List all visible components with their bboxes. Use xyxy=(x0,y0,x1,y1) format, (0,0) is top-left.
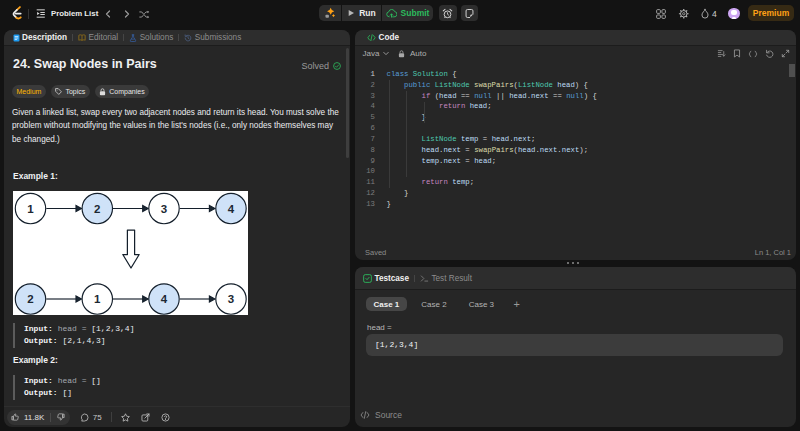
svg-text:4: 4 xyxy=(161,293,168,305)
svg-text:2: 2 xyxy=(27,293,33,305)
svg-text:3: 3 xyxy=(161,203,167,215)
svg-text:4: 4 xyxy=(228,203,235,215)
svg-text:1: 1 xyxy=(94,293,101,305)
svg-text:1: 1 xyxy=(27,203,34,215)
svg-text:2: 2 xyxy=(94,203,100,215)
svg-text:3: 3 xyxy=(228,293,234,305)
